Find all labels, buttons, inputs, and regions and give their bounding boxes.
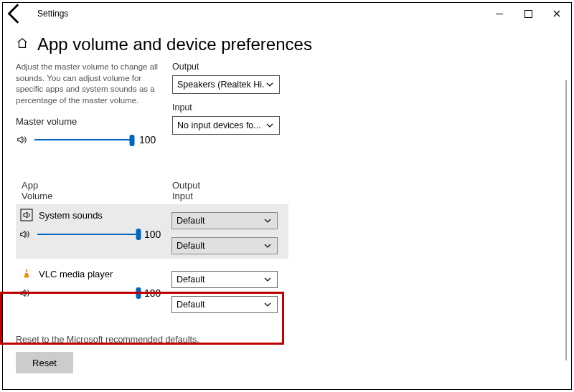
master-volume-column: Adjust the master volume to change all s… [16, 62, 172, 147]
app-list-section: App Volume Output Input System sounds [16, 180, 571, 317]
chevron-down-icon [265, 122, 275, 129]
minimize-button[interactable] [485, 3, 514, 24]
chevron-down-icon [263, 276, 273, 283]
col-output-label: Output [172, 180, 200, 191]
column-headers: App Volume Output Input [16, 180, 571, 201]
chevron-down-icon [263, 301, 273, 308]
master-volume-row: 100 [16, 133, 159, 147]
reset-button[interactable]: Reset [16, 352, 73, 373]
speaker-icon[interactable] [19, 287, 34, 300]
chevron-down-icon [263, 242, 273, 249]
app-input-dropdown[interactable]: Default [171, 237, 278, 254]
back-button[interactable] [3, 3, 27, 24]
master-volume-slider[interactable] [34, 133, 132, 147]
app-output-dropdown[interactable]: Default [171, 271, 278, 288]
col-volume-label: Volume [22, 191, 172, 201]
col-input-label: Input [172, 191, 200, 201]
app-row-system-sounds: System sounds 100 Default [16, 204, 288, 259]
master-volume-label: Master volume [16, 116, 159, 127]
app-output-value: Default [177, 216, 263, 226]
page-header: App volume and device preferences [16, 34, 571, 54]
home-icon[interactable] [16, 37, 29, 52]
master-volume-value: 100 [139, 134, 159, 145]
output-dropdown[interactable]: Speakers (Realtek Hi... [172, 75, 280, 94]
page-title: App volume and device preferences [37, 34, 312, 54]
chevron-down-icon [263, 217, 273, 224]
titlebar: Settings [3, 3, 571, 24]
output-value: Speakers (Realtek Hi... [177, 80, 265, 90]
input-dropdown[interactable]: No input devices fo... [172, 116, 280, 135]
content-area: App volume and device preferences Adjust… [3, 34, 571, 373]
window-title: Settings [37, 9, 68, 19]
maximize-button[interactable] [514, 3, 542, 24]
speaker-icon[interactable] [19, 228, 34, 241]
speaker-icon[interactable] [16, 133, 32, 146]
app-input-value: Default [177, 241, 263, 251]
app-name: VLC media player [39, 269, 113, 279]
app-volume-value: 100 [144, 287, 164, 299]
close-button[interactable] [542, 3, 571, 24]
app-volume-slider[interactable] [37, 286, 138, 300]
chevron-down-icon [265, 81, 275, 88]
svg-rect-0 [21, 209, 32, 221]
window-controls [485, 3, 571, 24]
app-output-dropdown[interactable]: Default [171, 212, 278, 229]
app-name: System sounds [39, 210, 103, 221]
app-input-value: Default [177, 300, 263, 310]
settings-window: Settings App volume and device preferenc… [2, 2, 572, 390]
input-label: Input [172, 102, 287, 113]
reset-section: Reset to the Microsoft recommended defau… [16, 335, 571, 373]
vlc-icon [20, 267, 33, 280]
app-volume-slider[interactable] [37, 227, 138, 242]
svg-rect-1 [25, 272, 27, 273]
app-volume-value: 100 [144, 229, 164, 240]
app-output-value: Default [177, 274, 263, 285]
output-label: Output [172, 62, 287, 72]
input-value: No input devices fo... [177, 120, 265, 130]
reset-description: Reset to the Microsoft recommended defau… [16, 335, 571, 345]
app-input-dropdown[interactable]: Default [171, 296, 278, 313]
device-column: Output Speakers (Realtek Hi... Input No … [172, 62, 287, 147]
system-sounds-icon [20, 209, 33, 221]
description-text: Adjust the master volume to change all s… [16, 62, 159, 106]
app-row-vlc: VLC media player 100 Default [16, 263, 288, 317]
col-app-label: App [22, 180, 172, 191]
scrollbar-track[interactable] [565, 80, 567, 360]
top-columns: Adjust the master volume to change all s… [16, 62, 571, 147]
